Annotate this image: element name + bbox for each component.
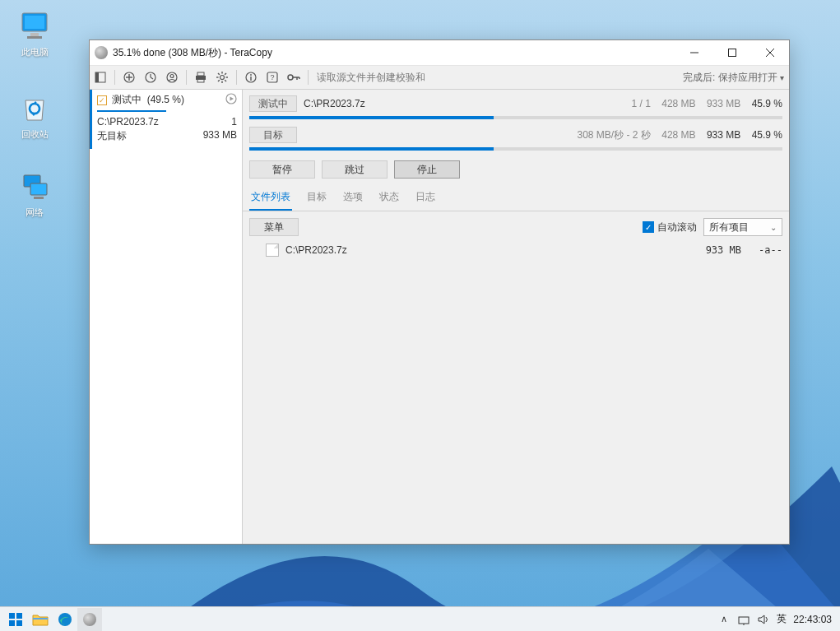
svg-rect-12 [95, 72, 99, 82]
svg-line-18 [151, 77, 153, 79]
toolbar: ? 读取源文件并创建校验和 完成后: 保持应用打开 ▾ [90, 65, 789, 90]
start-button[interactable] [3, 608, 28, 631]
computer-icon [17, 8, 52, 43]
history-icon[interactable] [140, 67, 161, 88]
tray-network-icon[interactable] [737, 613, 750, 626]
autoscroll-label: 自动滚动 [657, 220, 697, 234]
tab-filelist[interactable]: 文件列表 [249, 185, 292, 211]
desktop-icon-label: 回收站 [21, 129, 49, 139]
file-list: C:\PR2023.7z 933 MB -a-- [243, 241, 789, 544]
tabs: 文件列表 目标 选项 状态 日志 [243, 185, 789, 211]
task-item[interactable]: ✓ 测试中 (49.5 %) C:\PR2023.7z1 无目标933 MB [90, 90, 242, 149]
svg-rect-47 [33, 618, 48, 619]
svg-line-32 [218, 80, 220, 81]
key-icon[interactable] [283, 67, 304, 88]
toolbar-status: 读取源文件并创建校验和 [317, 71, 425, 85]
svg-rect-49 [739, 617, 749, 624]
svg-point-34 [250, 74, 252, 76]
info-icon[interactable] [240, 67, 262, 88]
file-icon [266, 244, 279, 257]
print-icon[interactable] [190, 67, 211, 88]
menu-button[interactable]: 菜单 [249, 218, 299, 236]
tray-ime[interactable]: 英 [777, 612, 787, 626]
svg-line-31 [225, 73, 226, 75]
tray-volume-icon[interactable] [757, 613, 770, 626]
target-progress-bar [249, 147, 782, 151]
skip-button[interactable]: 跳过 [322, 160, 388, 179]
user-icon[interactable] [161, 67, 183, 88]
settings-icon[interactable] [211, 67, 233, 88]
svg-rect-43 [9, 613, 15, 619]
svg-rect-6 [34, 197, 44, 199]
taskbar-edge[interactable] [53, 608, 77, 631]
taskbar: ∧ 英 22:43:03 [0, 606, 840, 631]
svg-rect-1 [25, 16, 44, 29]
minimize-button[interactable] [675, 40, 713, 65]
target-stats: 308 MB/秒 - 2 秒 428 MB 933 MB 45.9 % [578, 128, 782, 142]
target-label-button[interactable]: 目标 [249, 127, 297, 143]
desktop-icon-recycle[interactable]: 回收站 [10, 90, 59, 141]
recycle-icon [17, 90, 52, 125]
chevron-down-icon: ⌄ [770, 223, 777, 232]
svg-point-20 [170, 75, 174, 78]
taskbar-teracopy[interactable] [77, 608, 102, 631]
svg-point-24 [220, 76, 225, 80]
chevron-down-icon: ▾ [780, 73, 784, 82]
titlebar[interactable]: 35.1% done (308 MB/秒) - TeraCopy [90, 40, 789, 65]
svg-point-38 [288, 75, 293, 80]
svg-rect-5 [30, 183, 47, 195]
task-progress-bar [97, 110, 166, 112]
source-path: C:\PR2023.7z [304, 98, 632, 109]
maximize-button[interactable] [713, 40, 751, 65]
svg-text:?: ? [270, 73, 274, 81]
source-stats: 1 / 1 428 MB 933 MB 45.9 % [632, 98, 782, 109]
desktop-icon-network[interactable]: 网络 [10, 169, 59, 219]
svg-rect-21 [197, 72, 204, 76]
svg-line-30 [225, 80, 226, 81]
network-icon [17, 169, 52, 203]
task-list-panel: ✓ 测试中 (49.5 %) C:\PR2023.7z1 无目标933 MB [90, 90, 243, 544]
tray-chevron-icon[interactable]: ∧ [717, 613, 731, 626]
stop-button[interactable]: 停止 [394, 160, 460, 179]
window-title: 35.1% done (308 MB/秒) - TeraCopy [113, 46, 675, 60]
add-icon[interactable] [118, 67, 140, 88]
svg-rect-45 [9, 620, 15, 626]
list-item[interactable]: C:\PR2023.7z 933 MB -a-- [249, 241, 782, 259]
tab-target[interactable]: 目标 [305, 185, 328, 211]
close-button[interactable] [751, 40, 789, 65]
play-icon[interactable] [225, 93, 237, 107]
pause-button[interactable]: 暂停 [249, 160, 315, 179]
desktop-icon-computer[interactable]: 此电脑 [10, 8, 59, 58]
after-complete-dropdown[interactable]: 完成后: 保持应用打开 ▾ [683, 71, 784, 85]
tab-status[interactable]: 状态 [378, 185, 401, 211]
svg-rect-3 [27, 36, 42, 39]
teracopy-window: 35.1% done (308 MB/秒) - TeraCopy ? 读取源文件… [89, 39, 790, 545]
tab-options[interactable]: 选项 [341, 185, 364, 211]
filter-select[interactable]: 所有项目 ⌄ [703, 218, 782, 236]
toggle-panel-icon[interactable] [90, 67, 111, 88]
taskbar-explorer[interactable] [28, 608, 53, 631]
svg-rect-44 [16, 613, 22, 619]
svg-rect-2 [30, 33, 39, 36]
desktop-icon-label: 此电脑 [21, 47, 49, 57]
svg-point-48 [58, 613, 72, 626]
source-progress-bar [249, 116, 782, 119]
svg-rect-46 [16, 620, 22, 626]
svg-line-29 [218, 73, 220, 75]
app-icon [95, 46, 108, 59]
help-icon[interactable]: ? [262, 67, 283, 88]
tray-clock[interactable]: 22:43:03 [793, 614, 832, 625]
autoscroll-checkbox[interactable]: ✓ [643, 221, 654, 233]
task-check-icon: ✓ [97, 95, 107, 105]
svg-rect-8 [729, 49, 736, 57]
source-label-button[interactable]: 测试中 [249, 95, 297, 112]
tab-log[interactable]: 日志 [414, 185, 437, 211]
desktop-icon-label: 网络 [26, 207, 44, 217]
